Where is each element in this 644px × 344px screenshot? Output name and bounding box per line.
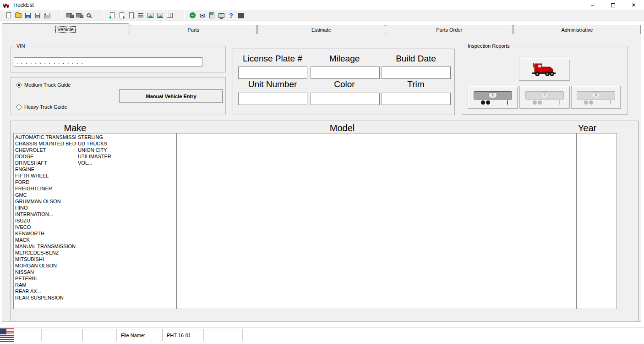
computer-button[interactable] — [217, 11, 226, 20]
make-list-item[interactable]: IVECO — [14, 224, 76, 230]
make-list-item[interactable]: FORD — [14, 179, 76, 185]
insert-table-button[interactable] — [165, 11, 175, 20]
mileage-input[interactable] — [311, 67, 380, 79]
manual-vehicle-entry-button[interactable]: Manual Vehicle Entry — [119, 89, 223, 103]
title-bar: TruckEst – ✕ — [0, 0, 644, 10]
make-list[interactable]: AUTOMATIC TRANSMISSI...CHASSIS MOUNTED B… — [13, 133, 176, 309]
make-list-item[interactable]: RAM — [14, 282, 76, 288]
email-button[interactable]: ✉ — [197, 11, 207, 20]
open-file-icon — [15, 13, 22, 18]
unit-number-input[interactable] — [238, 93, 307, 105]
inspection-reports-group: Inspection Reports — [462, 46, 628, 115]
make-list-item[interactable]: DODGE — [14, 153, 76, 160]
trailer-2-inspection-button[interactable]: 2 — [519, 86, 570, 109]
maximize-button[interactable] — [603, 0, 623, 10]
build-date-input[interactable] — [382, 67, 451, 79]
email-icon: ✉ — [200, 12, 205, 19]
tab-label: Vehicle — [56, 27, 75, 32]
heavy-truck-guide-option[interactable]: Heavy Truck Guide — [16, 104, 67, 110]
toolbar-separator — [104, 11, 104, 19]
page-refresh-icon — [129, 12, 134, 18]
make-list-item[interactable]: FIFTH WHEEL — [14, 172, 76, 179]
page-refresh-button[interactable] — [126, 11, 136, 20]
open-file-button[interactable] — [13, 11, 23, 20]
make-list-item[interactable]: GRUMMAN OLSON — [14, 198, 76, 205]
make-list-item[interactable]: AUTOMATIC TRANSMISSI... — [14, 134, 76, 140]
make-list-item[interactable]: DRIVESHAFT — [14, 160, 76, 166]
make-list-item[interactable]: REAR SUSPENSION — [14, 294, 76, 301]
page-previous-button[interactable] — [107, 11, 117, 20]
make-list-item[interactable]: FREIGHTLINER — [14, 185, 76, 192]
make-list-item[interactable]: CHEVROLET — [14, 147, 76, 153]
vin-input[interactable] — [14, 57, 202, 67]
medium-truck-guide-option[interactable]: Medium Truck Guide — [16, 82, 71, 88]
truck-info-button[interactable] — [75, 11, 84, 20]
make-list-col-2: STERLINGUD TRUCKSUNION CITYUTILIMASTERVO… — [76, 134, 139, 166]
tab-estimate[interactable]: Estimate — [257, 25, 385, 34]
tab-parts[interactable]: Parts — [130, 25, 257, 34]
truck-guide-group: Medium Truck Guide Heavy Truck Guide Man… — [11, 77, 226, 115]
close-button[interactable]: ✕ — [623, 0, 644, 10]
trim-input[interactable] — [382, 93, 451, 105]
help-button[interactable]: ? — [226, 11, 236, 20]
license-plate-input[interactable] — [238, 67, 307, 79]
save-report-button[interactable] — [33, 11, 42, 20]
heavy-truck-guide-radio[interactable] — [16, 105, 22, 110]
insert-image-button[interactable] — [146, 11, 155, 20]
make-list-item[interactable]: ISUZU — [14, 217, 76, 224]
tab-parts-order[interactable]: Parts Order — [386, 25, 513, 34]
unit-number-label: Unit Number — [248, 79, 297, 89]
window-dark-button[interactable] — [236, 11, 246, 20]
trim-label: Trim — [407, 79, 424, 89]
minimize-button[interactable]: – — [582, 0, 603, 10]
sort-az-button[interactable] — [136, 11, 146, 20]
make-model-year-panel: Make Model Year AUTOMATIC TRANSMISSI...C… — [11, 121, 639, 322]
medium-truck-guide-radio[interactable] — [16, 83, 22, 88]
tab-vehicle[interactable]: Vehicle — [2, 23, 129, 34]
make-list-item[interactable]: UTILIMASTER — [76, 153, 139, 160]
make-list-item[interactable]: MANUAL TRANSMISSION — [14, 243, 76, 250]
make-list-item[interactable]: NISSAN — [14, 269, 76, 275]
insert-chart-button[interactable] — [155, 11, 165, 20]
web-button[interactable] — [188, 11, 197, 20]
model-list[interactable] — [176, 133, 577, 309]
color-input[interactable] — [311, 93, 380, 105]
make-list-item[interactable]: UD TRUCKS — [76, 140, 139, 147]
trailer-3-number: 3 — [591, 92, 600, 98]
make-list-item[interactable]: MERCEDES-BENZ — [14, 250, 76, 256]
calculator-button[interactable] — [207, 11, 217, 20]
page-next-icon — [120, 12, 124, 18]
make-list-item[interactable]: UNION CITY — [76, 147, 139, 153]
inspection-reports-label: Inspection Reports — [466, 43, 512, 49]
make-list-item[interactable]: ENGINE — [14, 166, 76, 172]
make-list-item[interactable]: CHASSIS MOUNTED BEDS — [14, 140, 76, 147]
page-next-button[interactable] — [117, 11, 126, 20]
status-bar: File Name: PHT 16-01 — [0, 328, 644, 343]
make-list-item[interactable]: GMC — [14, 192, 76, 198]
make-list-item[interactable]: STERLING — [76, 134, 139, 140]
make-list-item[interactable]: MORGAN OLSON — [14, 262, 76, 269]
save-report-icon — [35, 13, 40, 18]
make-list-item[interactable]: INTERNATION... — [14, 211, 76, 217]
make-list-item[interactable]: KENWORTH — [14, 230, 76, 237]
save-button[interactable] — [23, 11, 33, 20]
make-list-item[interactable]: REAR AX... — [14, 288, 76, 294]
zoom-button[interactable] — [84, 11, 94, 20]
make-list-item[interactable]: MITSUBISHI — [14, 256, 76, 262]
make-list-item[interactable]: VOL... — [76, 160, 139, 166]
trailer-1-inspection-button[interactable]: 1 — [468, 86, 518, 109]
make-list-item[interactable]: MACK — [14, 237, 76, 243]
year-list[interactable] — [577, 133, 617, 309]
tractor-inspection-button[interactable] — [519, 58, 570, 81]
print-button[interactable] — [42, 11, 52, 20]
trailer-3-inspection-button[interactable]: 3 — [571, 86, 621, 109]
truck-search-button[interactable] — [65, 11, 75, 20]
tab-administrative[interactable]: Administrative — [513, 25, 641, 34]
computer-icon — [218, 13, 224, 18]
trailer-3-icon: 3 — [577, 90, 615, 105]
window-controls: – ✕ — [582, 0, 644, 10]
make-list-item[interactable]: HINO — [14, 205, 76, 211]
insert-image-icon — [147, 13, 153, 18]
new-document-button[interactable] — [4, 11, 13, 20]
make-list-item[interactable]: PETERBI... — [14, 275, 76, 282]
